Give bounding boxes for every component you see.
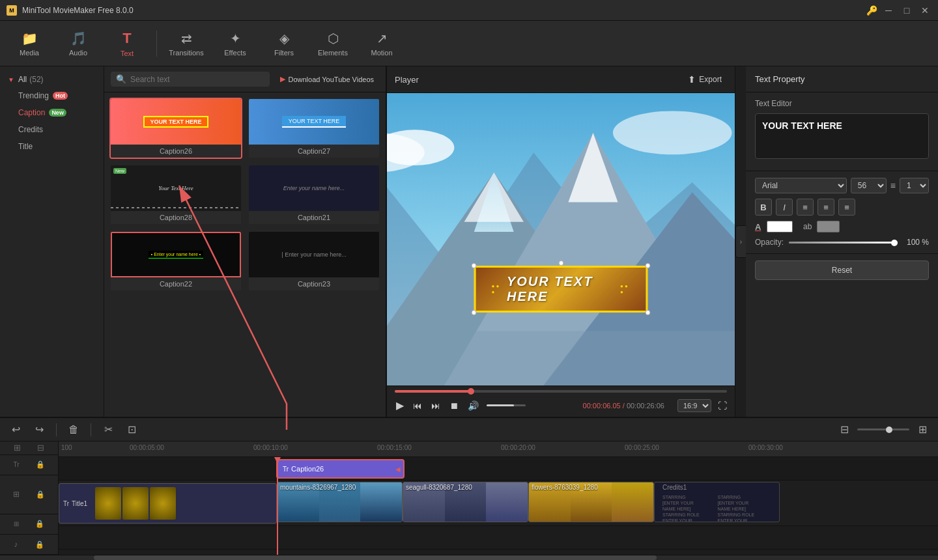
toolbar-media[interactable]: 📁 Media [7, 24, 52, 63]
timeline-area: ↩ ↪ 🗑 ✂ ⊡ ⊟ ⊞ ⊞ ⊟ Tr 🔒 [0, 417, 938, 560]
fullscreen-button[interactable]: ⛶ [718, 400, 727, 411]
next-button[interactable]: ⏭ [430, 399, 442, 412]
add-media-btn[interactable]: ⊞ [14, 443, 21, 453]
caption22-preview-text: • Enter your name here • [149, 251, 204, 259]
maximize-button[interactable]: □ [900, 4, 913, 17]
opacity-thumb[interactable] [891, 240, 898, 246]
caption-lock-icon[interactable]: 🔒 [36, 460, 45, 469]
video-add-icon[interactable]: ⊞ [13, 490, 20, 499]
zoom-slider[interactable] [857, 428, 909, 430]
reset-button[interactable]: Reset [755, 260, 929, 280]
browse-item-caption26[interactable]: YOUR TEXT HERE Caption26 [109, 98, 242, 159]
ruler-mark-30: 00:00:30:00 [746, 444, 870, 451]
collapse-tab[interactable]: › [735, 225, 746, 258]
text-editor[interactable]: YOUR TEXT HERE [755, 113, 929, 159]
title-icon: Tr [63, 500, 69, 507]
aspect-ratio-select[interactable]: 16:9 4:3 1:1 [677, 399, 711, 412]
title-clip[interactable]: Tr Title1 [59, 483, 277, 524]
title-lock-icon[interactable]: 🔒 [35, 520, 44, 528]
side-ctrl-title: ⊞ 🔒 [0, 514, 58, 535]
play-button[interactable]: ▶ [395, 398, 405, 413]
browse-item-caption21[interactable]: Enter your name here... Caption21 [248, 164, 380, 225]
close-button[interactable]: ✕ [918, 4, 931, 17]
audio-track-icon: ♪ [14, 540, 18, 549]
sidebar-item-caption[interactable]: Caption New [0, 104, 104, 121]
progress-thumb[interactable] [468, 388, 474, 395]
text-handle-tl[interactable] [472, 263, 477, 268]
redo-button[interactable]: ↪ [30, 421, 48, 439]
font-section: Arial Times New Roman 56 48 36 24 ≡ 1 1.… [746, 171, 938, 254]
volume-button[interactable]: 🔊 [466, 399, 480, 412]
credits-clip[interactable]: Credits1 STARRING[ENTER YOURNAME HERE]ST… [654, 482, 780, 522]
toolbar-filters[interactable]: ◈ Filters [261, 24, 307, 63]
timeline-ruler: 100 00:00:05:00 00:00:10:00 00:00:15:00 … [59, 441, 938, 457]
volume-slider[interactable] [487, 404, 526, 406]
font-family-select[interactable]: Arial Times New Roman [755, 178, 847, 193]
time-total: 00:00:26:06 [627, 402, 664, 410]
zoom-thumb[interactable] [886, 427, 892, 433]
add-snap-btn[interactable]: ⊟ [37, 443, 44, 453]
side-ctrl-add-top: ⊞ ⊟ [0, 441, 58, 455]
search-input[interactable] [130, 75, 264, 84]
browse-item-caption23[interactable]: | Enter your name here... Caption23 [248, 231, 380, 292]
progress-bar[interactable] [395, 390, 727, 393]
line-height-select[interactable]: 1 1.5 2 [900, 178, 929, 193]
toolbar-text[interactable]: T Text [104, 24, 150, 63]
video-lock-icon[interactable]: 🔒 [36, 490, 45, 499]
search-box[interactable]: 🔍 [111, 72, 270, 87]
zoom-in-button[interactable]: ⊞ [913, 421, 931, 439]
align-left-button[interactable]: ≡ [797, 199, 814, 216]
text-handle-br[interactable] [646, 310, 651, 315]
toolbar-transitions[interactable]: ⇄ Transitions [163, 24, 209, 63]
toolbar-elements[interactable]: ⬡ Elements [310, 24, 356, 63]
text-handle-top[interactable] [558, 260, 563, 266]
seagull-thumb-3 [486, 483, 528, 522]
text-handle-bl[interactable] [472, 310, 477, 315]
color-fill-swatch[interactable] [767, 221, 793, 232]
opacity-slider[interactable] [789, 242, 898, 244]
text-overlay-container[interactable]: ● ● ● YOUR TEXT HERE ● ● ● [474, 266, 648, 313]
key-icon[interactable]: 🔑 [866, 5, 877, 16]
toolbar-text-label: Text [121, 49, 134, 57]
undo-button[interactable]: ↩ [7, 421, 25, 439]
timeline-scrollbar-h[interactable] [0, 555, 938, 560]
browse-grid-scroll[interactable]: YOUR TEXT HERE Caption26 YOUR TEXT HERE … [104, 92, 386, 417]
minimize-button[interactable]: ─ [882, 4, 895, 17]
font-size-select[interactable]: 56 48 36 24 [851, 178, 887, 193]
svg-point-10 [613, 111, 732, 154]
download-youtube-button[interactable]: ▶ Download YouTube Videos [275, 72, 380, 86]
controls-row: ▶ ⏮ ⏭ ⏹ 🔊 00:00:06.05 / 00:00:26:06 16:9… [395, 398, 727, 413]
video-clip-seagull[interactable]: seagull-8320687_1280 [403, 482, 528, 522]
align-center-button[interactable]: ≡ [817, 199, 834, 216]
toolbar-motion[interactable]: ↗ Motion [359, 24, 405, 63]
align-right-button[interactable]: ≡ [838, 199, 855, 216]
sidebar-item-trending[interactable]: Trending Hot [0, 87, 104, 104]
ruler-mark-5: 00:00:05:00 [127, 444, 251, 451]
toolbar-audio[interactable]: 🎵 Audio [55, 24, 101, 63]
text-handle-tr[interactable] [646, 263, 651, 268]
scrollbar-thumb[interactable] [94, 555, 657, 560]
browse-item-caption27[interactable]: YOUR TEXT HERE Caption27 [248, 98, 380, 159]
audio-lock-icon[interactable]: 🔒 [35, 540, 44, 549]
caption-clip-26[interactable]: Tr Caption26 ◀ [277, 460, 404, 478]
sidebar-item-title[interactable]: Title [0, 138, 104, 155]
sidebar-item-credits[interactable]: Credits [0, 121, 104, 138]
prev-button[interactable]: ⏮ [412, 399, 423, 412]
caption21-label: Caption21 [249, 211, 379, 224]
cut-button[interactable]: ✂ [99, 421, 117, 439]
crop-button[interactable]: ⊡ [122, 421, 141, 439]
motion-icon: ↗ [377, 31, 388, 46]
browse-item-caption28[interactable]: New Your Text Here Caption28 [109, 164, 242, 225]
toolbar-effects[interactable]: ✦ Effects [212, 24, 258, 63]
delete-button[interactable]: 🗑 [64, 421, 83, 439]
color-stroke-swatch[interactable] [817, 221, 840, 232]
italic-button[interactable]: I [776, 199, 793, 216]
stop-button[interactable]: ⏹ [448, 399, 460, 412]
zoom-out-button[interactable]: ⊟ [835, 421, 853, 439]
browse-item-caption22[interactable]: • Enter your name here • Caption22 [109, 231, 242, 292]
video-clip-flowers[interactable]: flowers-8763039_1280 [528, 482, 654, 522]
panel-section-all[interactable]: ▼ All (52) [0, 72, 104, 87]
export-button[interactable]: ⬆ Export [683, 72, 727, 87]
video-clip-mountains[interactable]: mountains-8326967_1280 [277, 482, 403, 522]
bold-button[interactable]: B [755, 199, 772, 216]
